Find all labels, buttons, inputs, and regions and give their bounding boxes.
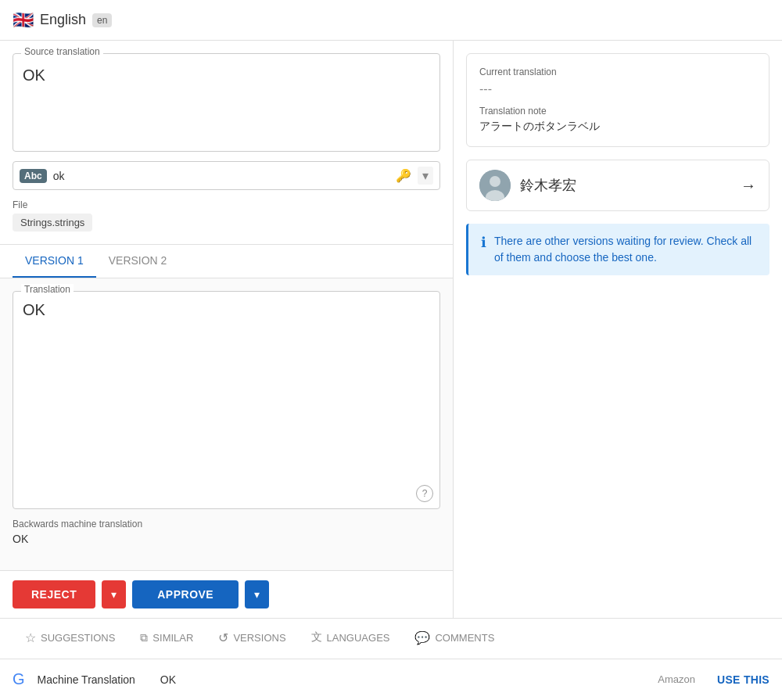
source-translation-box: Source translation OK [13,53,440,152]
dropdown-arrow[interactable]: ▾ [418,167,433,185]
tab-versions-label: VERSIONS [233,632,285,644]
current-translation-value: --- [479,82,756,96]
file-chip: Strings.strings [13,214,92,232]
info-text: There are other versions waiting for rev… [494,233,757,266]
version-section: VERSION 1 VERSION 2 Translation OK ? Bac… [0,245,453,618]
main-content: Source translation OK Abc ok 🔑 ▾ File St… [0,41,782,618]
header: 🇬🇧 English en [0,0,782,41]
tab-version2[interactable]: VERSION 2 [96,245,180,278]
source-section: Source translation OK Abc ok 🔑 ▾ File St… [0,41,453,245]
translation-note-label: Translation note [479,106,756,117]
similar-icon: ⧉ [140,631,148,644]
avatar [479,170,511,201]
tab-similar-label: SIMILAR [152,632,193,644]
key-icon: 🔑 [396,168,411,183]
file-label: File [13,199,440,210]
bottom-tabs-row: ☆ SUGGESTIONS ⧉ SIMILAR ↺ VERSIONS 文 LAN… [0,619,782,659]
bottom-bar: ☆ SUGGESTIONS ⧉ SIMILAR ↺ VERSIONS 文 LAN… [0,618,782,700]
language-label: English [40,12,86,28]
approve-button[interactable]: APPROVE [132,580,239,608]
use-this-button[interactable]: USE THIS [717,673,769,686]
reject-dropdown-button[interactable]: ▾ [102,580,126,608]
version-tabs-row: VERSION 1 VERSION 2 [0,245,453,278]
reject-button[interactable]: REJECT [13,580,95,608]
svg-point-1 [490,176,500,187]
help-icon[interactable]: ? [416,485,433,502]
source-translation-text: OK [23,63,430,142]
key-icons: 🔑 ▾ [396,167,433,185]
machine-translation-value: OK [160,673,176,686]
translation-note-value: アラートのボタンラベル [479,120,756,134]
versions-icon: ↺ [218,630,228,645]
tab-languages-label: LANGUAGES [327,632,390,644]
left-panel: Source translation OK Abc ok 🔑 ▾ File St… [0,41,454,618]
source-translation-legend: Source translation [21,46,103,57]
info-icon: ℹ [481,234,486,251]
action-row: REJECT ▾ APPROVE ▾ [0,570,453,618]
mt-provider: Amazon [658,673,695,685]
info-box: ℹ There are other versions waiting for r… [466,224,769,275]
tab-suggestions-label: SUGGESTIONS [41,632,115,644]
tab-languages[interactable]: 文 LANGUAGES [299,619,403,659]
backwards-text: OK [13,533,440,545]
translation-area: Translation OK ? Backwards machine trans… [0,278,453,570]
lang-code-badge: en [92,13,112,27]
machine-translation-label: Machine Translation [38,673,135,686]
translation-text[interactable]: OK [23,301,430,364]
bottom-content: G Machine Translation OK Amazon USE THIS [0,659,782,700]
tab-suggestions[interactable]: ☆ SUGGESTIONS [13,619,127,659]
translation-legend: Translation [21,284,74,295]
abc-badge: Abc [20,169,47,183]
user-name: 鈴木孝宏 [520,176,741,195]
arrow-right-icon: → [741,177,756,195]
key-row: Abc ok 🔑 ▾ [13,161,440,190]
tab-similar[interactable]: ⧉ SIMILAR [127,619,206,659]
backwards-label: Backwards machine translation [13,519,440,529]
right-top-card: Current translation --- Translation note… [466,53,769,147]
tab-comments[interactable]: 💬 COMMENTS [402,619,507,659]
approve-dropdown-button[interactable]: ▾ [245,580,269,608]
suggestions-icon: ☆ [25,630,36,645]
right-panel: Current translation --- Translation note… [454,41,782,618]
tab-version1[interactable]: VERSION 1 [13,245,96,278]
tab-versions[interactable]: ↺ VERSIONS [206,619,298,659]
flag-icon: 🇬🇧 [13,10,34,31]
user-card[interactable]: 鈴木孝宏 → [466,160,769,211]
key-value: ok [53,170,396,182]
mt-logo-icon: G [13,670,25,688]
current-translation-label: Current translation [479,66,756,77]
translation-fieldset: Translation OK ? [13,291,440,509]
comments-icon: 💬 [414,630,430,645]
languages-icon: 文 [311,630,322,644]
tab-comments-label: COMMENTS [435,632,494,644]
